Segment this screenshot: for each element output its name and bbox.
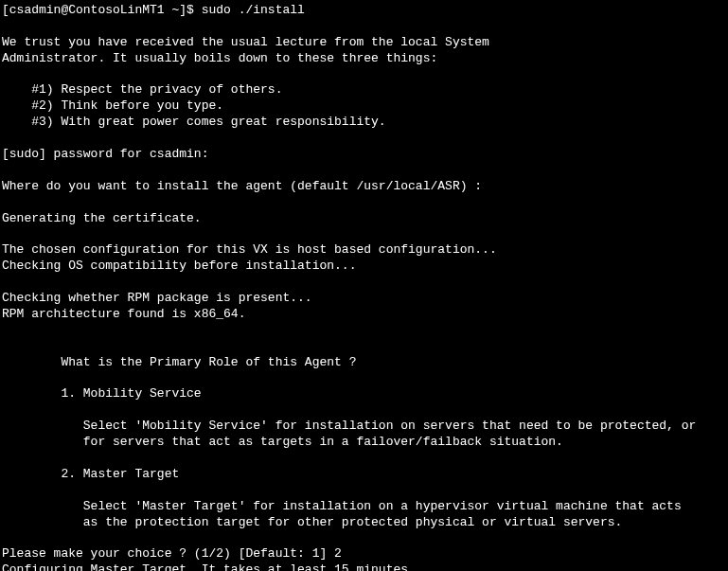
terminal-password-prompt[interactable]: [sudo] password for csadmin: xyxy=(2,147,726,163)
terminal-output: Generating the certificate. xyxy=(2,211,726,227)
terminal-blank xyxy=(2,402,726,419)
terminal-choice-prompt[interactable]: Please make your choice ? (1/2) [Default… xyxy=(2,546,726,562)
terminal-option-2: 2. Master Target xyxy=(2,467,726,483)
terminal-blank xyxy=(2,19,726,35)
terminal-output: #2) Think before you type. xyxy=(2,98,726,115)
terminal-option-1-desc: Select 'Mobility Service' for installati… xyxy=(2,419,726,435)
terminal-option-1: 1. Mobility Service xyxy=(2,386,726,402)
terminal-option-2-desc: Select 'Master Target' for installation … xyxy=(2,499,726,515)
terminal-option-2-desc: as the protection target for other prote… xyxy=(2,515,726,531)
terminal-output: #1) Respect the privacy of others. xyxy=(2,82,726,98)
terminal-blank xyxy=(2,195,726,211)
terminal-blank xyxy=(2,163,726,179)
terminal-blank xyxy=(2,67,726,83)
terminal-output: The chosen configuration for this VX is … xyxy=(2,242,726,259)
terminal-output: Checking OS compatibility before install… xyxy=(2,259,726,275)
terminal-blank xyxy=(2,226,726,242)
terminal-prompt-line: [csadmin@ContosoLinMT1 ~]$ sudo ./instal… xyxy=(2,3,726,19)
terminal-blank xyxy=(2,275,726,291)
terminal-blank xyxy=(2,131,726,147)
terminal-blank xyxy=(2,451,726,467)
terminal-option-1-desc: for servers that act as targets in a fai… xyxy=(2,435,726,451)
terminal-output: Administrator. It usually boils down to … xyxy=(2,51,726,67)
terminal-output: Configuring Master Target. It takes at l… xyxy=(2,562,726,571)
terminal-blank xyxy=(2,370,726,386)
terminal-install-location-prompt[interactable]: Where do you want to install the agent (… xyxy=(2,179,726,195)
terminal-output: #3) With great power comes great respons… xyxy=(2,115,726,131)
terminal-blank xyxy=(2,530,726,546)
terminal-blank xyxy=(2,483,726,499)
terminal-role-question: What is the Primary Role of this Agent ? xyxy=(2,355,726,371)
terminal-output: We trust you have received the usual lec… xyxy=(2,35,726,51)
terminal-output: Checking whether RPM package is present.… xyxy=(2,291,726,307)
terminal-output: RPM architecture found is x86_64. xyxy=(2,307,726,323)
terminal-blank xyxy=(2,323,726,339)
terminal-blank xyxy=(2,339,726,355)
